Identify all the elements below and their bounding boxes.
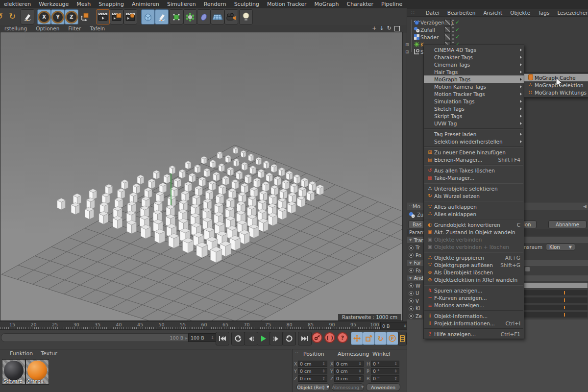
keyframe-dot-icon[interactable]: [409, 253, 414, 258]
previous-frame-button[interactable]: [244, 332, 258, 345]
menubar-item[interactable]: Sculpting: [230, 1, 263, 7]
lock-x-axis-icon[interactable]: X: [37, 9, 51, 24]
panel-grip-icon[interactable]: ∷: [294, 351, 298, 356]
menubar-item[interactable]: MoGraph: [311, 1, 343, 7]
menu-item-f-kurven-anzeigen[interactable]: ~F-Kurven anzeigen...: [424, 294, 524, 301]
collapse-arrow-icon[interactable]: ◀: [583, 204, 588, 209]
play-button[interactable]: [257, 332, 270, 345]
layer-toggle-icon[interactable]: [444, 34, 451, 40]
menu-item-cinema-4d-tags[interactable]: CINEMA 4D Tags: [424, 46, 524, 53]
object-manager-row[interactable]: Verzögerung✓: [407, 19, 588, 26]
object-manager-row[interactable]: Zufall✓: [407, 26, 588, 33]
render-to-picture-viewer-icon[interactable]: [110, 9, 123, 24]
render-view-icon[interactable]: [96, 9, 110, 24]
transform-space-dropdown[interactable]: Klon▼: [546, 244, 575, 250]
lock-z-axis-icon[interactable]: Z: [65, 9, 78, 24]
panel-grip-icon[interactable]: ∷: [407, 10, 418, 16]
menu-item-als-wurzel-setzen[interactable]: ↻Als Wurzel setzen: [424, 192, 524, 199]
viewport-menu-item[interactable]: Tafeln: [85, 25, 109, 31]
object-manager-menu-item[interactable]: Lesezeichen: [553, 10, 588, 16]
keyframe-dot-icon[interactable]: [409, 306, 414, 311]
menu-item-tag-preset-laden[interactable]: Tag Preset laden: [424, 130, 524, 138]
menu-item-objekte-gruppieren[interactable]: ∴Objekte gruppierenAlt+G: [424, 254, 524, 261]
layer-toggle-icon[interactable]: [444, 26, 451, 33]
menu-item-motion-kamera-tags[interactable]: Motion Kamera Tags: [424, 83, 524, 90]
menu-item-akt-zustand-in-objekt-wandeln[interactable]: ▣Akt. Zustand in Objekt wandeln: [424, 228, 524, 236]
material-item[interactable]: Schwarz: [2, 359, 25, 385]
menu-item-uvw-tag[interactable]: UVW Tag: [424, 120, 524, 127]
position-x-field[interactable]: 0 cm⇕: [298, 361, 327, 367]
menu-item-mograph-wichtungs-map[interactable]: ∷MoGraph Wichtungs-Map: [524, 89, 588, 96]
visibility-dots-icon[interactable]: [452, 34, 454, 40]
object-manager-row[interactable]: Shader✓: [407, 33, 588, 41]
apply-button[interactable]: Anwenden: [366, 383, 400, 391]
pan-icon[interactable]: +: [372, 25, 376, 31]
position-y-field[interactable]: 0 cm⇕: [298, 368, 327, 374]
menu-item-objektselektion-in-xref-wandeln[interactable]: ⊙Objektselektion in XRef wandeln: [424, 276, 524, 283]
goto-start-button[interactable]: [216, 332, 229, 345]
position-z-field[interactable]: 0 cm⇕: [298, 375, 327, 382]
frame-count-field[interactable]: 100 B ⇕: [188, 333, 217, 342]
timeline-offset-field[interactable]: 0 B ⇕: [380, 322, 409, 330]
spline-pen-icon[interactable]: [155, 9, 169, 24]
next-frame-button[interactable]: [270, 332, 283, 345]
floor-object-icon[interactable]: [211, 9, 224, 24]
rotate-icon[interactable]: ↻: [387, 25, 392, 31]
enabled-check-icon[interactable]: ✓: [455, 34, 460, 40]
keyframe-dot-icon[interactable]: [409, 291, 414, 296]
key-rotation-toggle[interactable]: ↻: [374, 332, 387, 345]
angle-p-field[interactable]: 0 °⇕: [371, 368, 399, 374]
enabled-check-icon[interactable]: ✓: [455, 19, 460, 25]
maximize-icon[interactable]: [394, 26, 400, 31]
light-icon[interactable]: [239, 9, 253, 24]
menu-item-alles-einklappen[interactable]: ∴Alles einklappen: [424, 210, 524, 218]
enabled-check-icon[interactable]: ✓: [455, 26, 460, 33]
live-selection-icon[interactable]: [21, 9, 34, 24]
autokey-button[interactable]: ( ): [324, 332, 335, 343]
coordinate-system-icon[interactable]: [78, 9, 91, 24]
menu-item-objekt-information[interactable]: iObjekt-Information...: [424, 312, 524, 319]
render-settings-icon[interactable]: [123, 9, 137, 24]
menu-item-motion-tracker-tags[interactable]: Motion Tracker Tags: [424, 90, 524, 98]
viewport-menu-item[interactable]: Optionen: [31, 25, 64, 31]
color-checkbox[interactable]: [525, 267, 530, 272]
menu-item-hilfe-anzeigen[interactable]: ?Hilfe anzeigen...Ctrl+F1: [424, 330, 524, 338]
visibility-dots-icon[interactable]: [452, 20, 454, 25]
size-y-field[interactable]: 0 cm⇕: [334, 368, 364, 374]
goto-end-button[interactable]: [298, 332, 312, 345]
angle-h-field[interactable]: 0 °⇕: [371, 361, 399, 367]
menubar-item[interactable]: Mesh: [73, 1, 95, 7]
menu-item-selektion-wiederherstellen[interactable]: Selektion wiederherstellen: [424, 138, 524, 145]
record-keyframe-button[interactable]: [312, 332, 322, 343]
material-menu-item[interactable]: Textur: [38, 350, 60, 357]
play-reverse-button[interactable]: [231, 332, 245, 345]
menu-item-simulation-tags[interactable]: Simulation Tags: [424, 98, 524, 105]
menu-item-take-manager[interactable]: ▦Take-Manager...: [424, 174, 524, 181]
menubar-item[interactable]: Rendern: [200, 1, 230, 7]
menu-item-zu-neuer-ebene-hinzufügen[interactable]: ⊞Zu neuer Ebene hinzufügen: [424, 148, 524, 156]
keyframe-options-button[interactable]: [398, 332, 407, 345]
timeline-range-slider[interactable]: 100 B ▸: [1, 333, 192, 342]
subdivision-surface-icon[interactable]: [170, 9, 183, 24]
menu-item-cineman-tags[interactable]: Cineman Tags: [424, 61, 524, 68]
stepper-icon[interactable]: ⇕: [403, 324, 407, 328]
clone-value-bar[interactable]: [523, 305, 588, 310]
menu-item-objektgruppe-auflösen[interactable]: ∵Objektgruppe auflösenShift+G: [424, 261, 524, 269]
menu-item-als-überobjekt-löschen[interactable]: ⊖Als Überobjekt löschen: [424, 269, 524, 276]
size-x-field[interactable]: 0 cm⇕: [334, 361, 364, 367]
u-value-bar[interactable]: [523, 290, 588, 295]
panel-grip-icon[interactable]: ∷: [407, 204, 412, 209]
menu-item-mograph-tags[interactable]: MoGraph Tags: [424, 75, 524, 83]
keyframe-dot-icon[interactable]: [409, 298, 414, 303]
menu-item-ebenen-manager[interactable]: ▤Ebenen-Manager...Shift+F4: [424, 156, 524, 163]
key-scale-toggle[interactable]: [363, 332, 375, 345]
play-forward-button[interactable]: [282, 332, 296, 345]
menu-item-sketch-tags[interactable]: Sketch Tags: [424, 105, 524, 112]
timeline-ruler[interactable]: 1520253035404550556065707580859095100 0 …: [0, 321, 407, 330]
object-manager-menu-item[interactable]: Bearbeiten: [443, 10, 480, 16]
weight-value-bar[interactable]: [523, 283, 588, 288]
menu-item-charakter-tags[interactable]: Charakter Tags: [424, 53, 524, 61]
menubar-item[interactable]: Pipeline: [377, 1, 406, 7]
tab-abnahme[interactable]: Abnahme: [548, 220, 587, 228]
keyframe-dot-icon[interactable]: [409, 268, 414, 273]
